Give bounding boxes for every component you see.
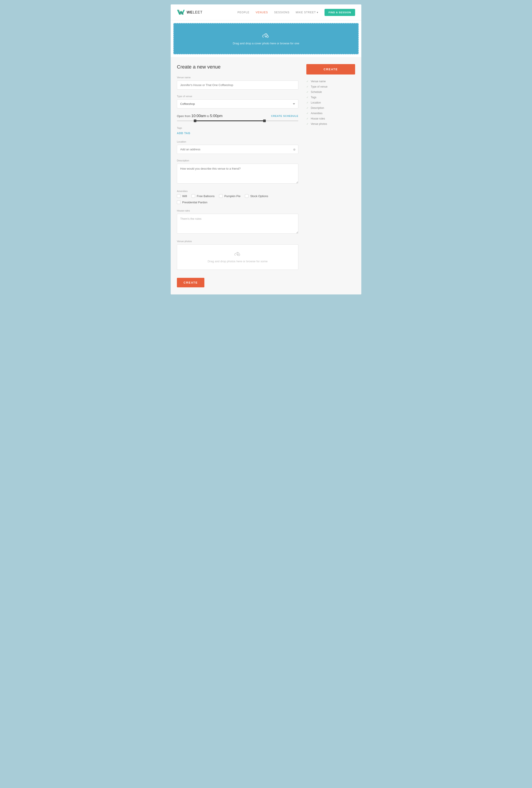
cover-photo-upload-area[interactable]: Drag and drop a cover photo here or brow… xyxy=(173,23,359,54)
logo-text: WELEET xyxy=(186,11,203,15)
create-schedule-link[interactable]: CREATE SCHEDULE xyxy=(271,115,298,117)
venue-photos-upload-area[interactable]: Drag and drop photos here or browse for … xyxy=(177,244,298,270)
amenity-presidential-pardon-label: Presidential Pardon xyxy=(182,201,207,204)
slider-fill xyxy=(195,120,264,121)
venue-photos-label: Venue photos xyxy=(177,240,298,242)
checklist-label: Amenities xyxy=(311,112,322,115)
checklist-label: Location xyxy=(311,101,321,104)
checklist-item-type: ✓ Type of venue xyxy=(306,85,355,88)
schedule-slider[interactable] xyxy=(177,120,298,121)
page-wrapper: WELEET PEOPLE VENUES SESSIONS MIKE STREE… xyxy=(171,4,361,294)
schedule-group: Open from 10:00am to 5:00pm CREATE SCHED… xyxy=(177,114,298,121)
description-group: Description xyxy=(177,159,298,184)
nav-people[interactable]: PEOPLE xyxy=(237,11,249,14)
cover-upload-icon xyxy=(262,32,270,40)
logo-we: WE xyxy=(186,11,193,14)
amenity-free-balloons-label: Free Balloons xyxy=(197,194,215,198)
checklist-label: Tags xyxy=(311,96,316,99)
checklist-label: Type of venue xyxy=(311,85,328,88)
checklist-item-venue-photos: ✓ Venue photos xyxy=(306,122,355,125)
main-nav: PEOPLE VENUES SESSIONS MIKE STREET ▾ FIN… xyxy=(237,9,355,16)
amenity-free-balloons: Free Balloons xyxy=(192,194,215,198)
logo-leet: LEET xyxy=(193,11,203,14)
venue-photos-upload-text: Drag and drop photos here or browse for … xyxy=(181,260,294,263)
schedule-open-time-val: 10:00am xyxy=(191,114,206,118)
amenity-presidential-pardon-checkbox[interactable] xyxy=(177,200,180,204)
schedule-row: Open from 10:00am to 5:00pm CREATE SCHED… xyxy=(177,114,298,118)
house-rules-label: House rules xyxy=(177,209,298,212)
amenity-stock-options-checkbox[interactable] xyxy=(245,194,249,198)
venue-type-select[interactable]: Coffeeshop Library Office Park Cafe Othe… xyxy=(177,99,298,109)
form-column: Create a new venue Venue name Type of ve… xyxy=(177,64,306,287)
cover-upload-text: Drag and drop a cover photo here or brow… xyxy=(180,42,352,45)
header: WELEET PEOPLE VENUES SESSIONS MIKE STREE… xyxy=(171,4,361,20)
house-rules-group: House rules Them's the rules xyxy=(177,209,298,235)
check-icon: ✓ xyxy=(306,80,309,83)
checklist-item-description: ✓ Description xyxy=(306,106,355,110)
amenity-pumpkin-pie-label: Pumpkin Pie xyxy=(224,194,240,198)
main-content: Create a new venue Venue name Type of ve… xyxy=(171,57,361,294)
venue-name-input[interactable] xyxy=(177,80,298,90)
schedule-label: Open from xyxy=(177,114,191,118)
schedule-close-time-val: 5:00pm xyxy=(210,114,222,118)
amenity-stock-options: Stock Options xyxy=(245,194,268,198)
nav-venues[interactable]: VENUES xyxy=(256,11,268,14)
venue-type-group: Type of venue Coffeeshop Library Office … xyxy=(177,95,298,109)
location-input[interactable] xyxy=(177,145,298,154)
find-session-button[interactable]: FIND A SESSION xyxy=(324,9,355,16)
sidebar-column: CREATE ✓ Venue name ✓ Type of venue ✓ Sc… xyxy=(306,64,355,287)
checklist-label: Description xyxy=(311,106,324,110)
check-icon: ✓ xyxy=(306,101,309,104)
location-icon: ⊕ xyxy=(293,148,296,151)
venue-photos-group: Venue photos Drag and drop photos here o… xyxy=(177,240,298,270)
house-rules-textarea[interactable]: Them's the rules xyxy=(177,214,298,234)
amenity-free-balloons-checkbox[interactable] xyxy=(192,194,195,198)
checklist-item-house-rules: ✓ House rules xyxy=(306,117,355,120)
tags-label: Tags xyxy=(177,126,298,129)
checklist-label: House rules xyxy=(311,117,325,120)
photos-upload-icon xyxy=(234,251,241,258)
check-icon: ✓ xyxy=(306,117,309,120)
create-button-bottom[interactable]: CREATE xyxy=(177,278,204,287)
nav-user[interactable]: MIKE STREET ▾ xyxy=(296,11,318,14)
checklist-label: Venue photos xyxy=(311,122,327,125)
checklist-item-schedule: ✓ Schedule xyxy=(306,91,355,94)
venue-name-label: Venue name xyxy=(177,76,298,79)
venue-name-group: Venue name xyxy=(177,76,298,90)
checklist-item-venue-name: ✓ Venue name xyxy=(306,80,355,83)
check-icon: ✓ xyxy=(306,96,309,99)
nav-sessions[interactable]: SESSIONS xyxy=(274,11,290,14)
amenity-pumpkin-pie-checkbox[interactable] xyxy=(219,194,222,198)
slider-thumb-right[interactable] xyxy=(263,119,266,122)
slider-thumb-left[interactable] xyxy=(194,119,196,122)
venue-type-label: Type of venue xyxy=(177,95,298,98)
amenity-pumpkin-pie: Pumpkin Pie xyxy=(219,194,240,198)
amenities-group: Amenities Wifi Free Balloons Pumpkin Pie xyxy=(177,190,298,204)
check-icon: ✓ xyxy=(306,85,309,88)
check-icon: ✓ xyxy=(306,91,309,94)
checklist-item-tags: ✓ Tags xyxy=(306,96,355,99)
schedule-to-text: to xyxy=(207,114,209,118)
amenity-wifi-checkbox[interactable] xyxy=(177,194,180,198)
amenities-label: Amenities xyxy=(177,190,298,193)
checklist: ✓ Venue name ✓ Type of venue ✓ Schedule … xyxy=(306,80,355,125)
checklist-label: Schedule xyxy=(311,91,322,94)
tags-group: Tags ADD TAG xyxy=(177,126,298,135)
amenity-presidential-pardon: Presidential Pardon xyxy=(177,200,207,204)
create-button-main[interactable]: CREATE xyxy=(306,64,355,75)
checklist-label: Venue name xyxy=(311,80,326,83)
description-textarea[interactable] xyxy=(177,164,298,183)
schedule-text: Open from 10:00am to 5:00pm xyxy=(177,114,222,118)
add-tag-link[interactable]: ADD TAG xyxy=(177,132,191,135)
location-input-wrapper: ⊕ xyxy=(177,145,298,154)
checklist-item-amenities: ✓ Amenities xyxy=(306,112,355,115)
check-icon: ✓ xyxy=(306,106,309,110)
check-icon: ✓ xyxy=(306,112,309,115)
location-group: Location ⊕ xyxy=(177,140,298,154)
check-icon: ✓ xyxy=(306,122,309,125)
amenities-grid: Wifi Free Balloons Pumpkin Pie Stock Opt… xyxy=(177,194,298,204)
location-label: Location xyxy=(177,140,298,143)
logo: WELEET xyxy=(177,9,203,16)
amenity-stock-options-label: Stock Options xyxy=(250,194,268,198)
logo-icon xyxy=(177,9,185,16)
